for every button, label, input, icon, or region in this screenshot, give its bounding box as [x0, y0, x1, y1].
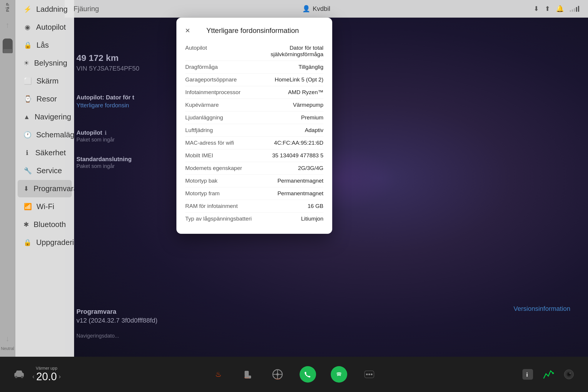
svg-text:♨: ♨ — [215, 370, 222, 378]
sidebar-item-sakerhet[interactable]: ℹ Säkerhet — [18, 144, 72, 161]
modal-value: Adaptiv — [250, 127, 323, 134]
autopilot-info: Autopilot: Dator för t Ytterligare fordo… — [76, 94, 134, 109]
modal-key: Autopilot — [185, 45, 244, 58]
sidebar-item-autopilot[interactable]: ◉ Autopilot — [18, 19, 72, 36]
modal-value: AMD Ryzen™ — [250, 89, 323, 96]
signal-bar-4 — [576, 7, 577, 12]
sidebar-label-service: Service — [36, 166, 62, 175]
autopilot-info-icon[interactable]: ℹ — [105, 130, 107, 136]
modal-row: Garageportsöppnare HomeLink 5 (Opt 2) — [185, 74, 323, 86]
modal-title: Ytterligare fordonsinformation — [196, 26, 323, 35]
modal-key: Infotainmentprocessor — [185, 89, 244, 96]
sidebar-icon-belysning: ☀ — [24, 59, 29, 67]
autopilot-label-row: Autopilot: Dator för t — [76, 94, 134, 101]
standard-sub: Paket som ingår — [76, 163, 132, 169]
temperature-display: Värmer upp ‹ 20.0 › — [32, 366, 61, 383]
modal-key: RAM för infotainment — [185, 203, 244, 209]
modal-key: Dragförmåga — [185, 64, 244, 70]
sidebar-item-las[interactable]: 🔒 Lås — [18, 36, 72, 54]
phone-button[interactable] — [300, 366, 316, 383]
temp-increase-button[interactable]: › — [59, 373, 61, 381]
svg-text:~~~: ~~~ — [275, 378, 280, 381]
share-icon[interactable]: ⬆ — [545, 5, 550, 13]
seat-icon[interactable]: ~~~ — [241, 367, 255, 382]
versionsinformation-link[interactable]: Versionsinformation — [514, 305, 570, 313]
signal-bar-3 — [574, 8, 575, 12]
sidebar-item-service[interactable]: 🔧 Service — [18, 162, 72, 179]
sidebar-item-navigering[interactable]: ▲ Navigering — [18, 108, 72, 126]
info-taskbar-icon[interactable]: i — [520, 367, 535, 382]
autopilot-paket: Paket som ingår — [76, 137, 115, 143]
ytterligare-link[interactable]: Ytterligare fordonsin — [76, 102, 134, 109]
signal-bar-5 — [578, 6, 579, 12]
svg-point-17 — [371, 373, 372, 375]
autopilot-section: Autopilot ℹ Paket som ingår — [76, 129, 115, 143]
modal-value: Dator för total självkörningsförmåga — [250, 45, 323, 58]
autopilot-row: Autopilot ℹ — [76, 129, 115, 136]
sidebar-item-wifi[interactable]: 📶 Wi-Fi — [18, 198, 72, 215]
modal-key: Modemets egenskaper — [185, 165, 244, 171]
modal-row: MAC-adress för wifi 4C:FC:AA:95:21:6D — [185, 137, 323, 149]
modal-row: Motortyp fram Permanentmagnet — [185, 187, 323, 200]
seat-heating-icon[interactable]: ♨ — [211, 367, 226, 382]
sidebar-item-belysning[interactable]: ☀ Belysning — [18, 54, 72, 72]
software-section: Programvara v12 (2024.32.7 3f0d0fff88fd) — [76, 308, 158, 324]
signal-bar-2 — [572, 9, 573, 12]
modal-header: × Ytterligare fordonsinformation — [185, 26, 323, 35]
temp-value: 20.0 — [36, 371, 57, 383]
standard-label: Standardanslutning — [76, 156, 132, 163]
bell-icon[interactable]: 🔔 — [556, 5, 564, 13]
modal-value: Premium — [250, 114, 323, 121]
sidebar-icon-uppgraderingar: 🔒 — [24, 238, 31, 247]
user-profile[interactable]: 👤 Kvdbil — [302, 5, 330, 13]
modal-close-button[interactable]: × — [185, 26, 190, 35]
modal-row: Ljudanläggning Premium — [185, 111, 323, 124]
sidebar-item-uppgraderingar[interactable]: 🔒 Uppgraderingar — [18, 234, 72, 251]
modal-key: Motortyp fram — [185, 190, 244, 197]
sidebar-label-bluetooth: Bluetooth — [34, 220, 66, 229]
sidebar-item-laddning[interactable]: ⚡ Laddning — [18, 1, 72, 18]
car-taskbar-icon[interactable] — [12, 367, 26, 382]
sidebar-label-wifi: Wi-Fi — [36, 202, 54, 211]
sidebar-icon-skarm: ⬜ — [24, 77, 32, 85]
taskbar: Värmer upp ‹ 20.0 › ♨ ~~~ — [0, 357, 588, 392]
sidebar-item-schemalagg[interactable]: 🕐 Schemalägg — [18, 126, 72, 144]
software-version: v12 (2024.32.7 3f0d0fff88fd) — [76, 317, 158, 324]
modal-row: Autopilot Dator för total självkörningsf… — [185, 42, 323, 61]
sidebar-label-belysning: Belysning — [34, 59, 67, 68]
svg-point-1 — [15, 376, 17, 378]
sidebar-item-skarm[interactable]: ⬜ Skärm — [18, 72, 72, 90]
steering-wheel-icon[interactable]: ~~~ — [270, 367, 285, 382]
modal-row: Motortyp bak Permanentmagnet — [185, 175, 323, 187]
more-options-button[interactable] — [362, 367, 377, 382]
pa-p-label: På P — [5, 3, 10, 12]
autopilot-section-label: Autopilot — [76, 129, 102, 136]
modal-row: Kupévärmare Värmepump — [185, 99, 323, 111]
temp-decrease-button[interactable]: ‹ — [32, 373, 34, 381]
sidebar-item-bluetooth[interactable]: ✱ Bluetooth — [18, 216, 72, 233]
header-left: Fjäuring — [74, 5, 99, 13]
stats-icon[interactable] — [541, 367, 556, 382]
modal-row: Mobilt IMEI 35 134049 477883 5 — [185, 149, 323, 162]
sidebar-item-resor[interactable]: ⌚ Resor — [18, 90, 72, 108]
vehicle-vin: VIN 5YJSA7E54PF50 — [76, 65, 139, 72]
modal-key: Mobilt IMEI — [185, 152, 244, 159]
sidebar-icon-schemalagg: 🕐 — [24, 131, 31, 139]
sidebar-label-sakerhet: Säkerhet — [35, 148, 66, 157]
sidebar-item-programvara[interactable]: ⬇ Programvara — [18, 180, 72, 197]
modal-key: Kupévärmare — [185, 102, 244, 108]
modal-value: 16 GB — [250, 203, 323, 209]
sidebar-icon-bluetooth: ✱ — [24, 221, 29, 229]
spotify-button[interactable] — [331, 366, 347, 383]
download-icon[interactable]: ⬇ — [534, 5, 539, 13]
sidebar-label-laddning: Laddning — [36, 5, 68, 14]
sidebar-icon-resor: ⌚ — [24, 95, 32, 103]
modal-row: Typ av lågspänningsbatteri Litiumjon — [185, 213, 323, 225]
vehicle-info-modal: × Ytterligare fordonsinformation Autopil… — [176, 18, 332, 234]
user-name: Kvdbil — [313, 5, 330, 13]
sidebar-icon-las: 🔒 — [24, 41, 32, 49]
svg-point-16 — [368, 373, 370, 375]
camera-icon[interactable] — [562, 367, 576, 382]
fjaedring-label: Fjäuring — [74, 5, 99, 13]
modal-value: Värmepump — [250, 102, 323, 108]
